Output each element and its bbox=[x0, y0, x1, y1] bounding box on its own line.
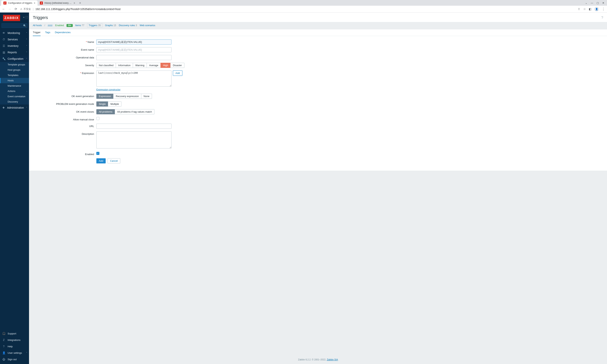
bookmark-icon[interactable]: ☆ bbox=[583, 7, 586, 11]
close-icon[interactable]: × bbox=[34, 1, 35, 5]
sidebar-subitem-actions[interactable]: Actions› bbox=[0, 89, 29, 94]
crumb-triggers[interactable]: Triggers 35 bbox=[87, 23, 102, 27]
user-settings-icon: 👤 bbox=[2, 351, 5, 354]
input-expression[interactable]: last(/zzzz/check_mysqlyc)>200 bbox=[96, 71, 172, 87]
help-icon[interactable]: ? bbox=[601, 16, 603, 20]
sidebar-subitem-label: Template groups bbox=[8, 63, 25, 66]
label-manual-close: Allow manual close bbox=[33, 117, 96, 121]
severity-seg-option-warning[interactable]: Warning bbox=[133, 63, 147, 68]
sidebar-item-services[interactable]: ⏱Services˅ bbox=[0, 36, 29, 43]
tab-dependencies[interactable]: Dependencies bbox=[55, 29, 71, 36]
maximize-icon[interactable]: ▢ bbox=[596, 1, 599, 4]
insecure-badge[interactable]: ⚠ 不安全 bbox=[20, 7, 31, 11]
sidebar-item-label: Monitoring bbox=[8, 31, 20, 35]
sidebar-bottom-sign-out[interactable]: ⏻Sign out bbox=[0, 356, 29, 363]
severity-seg-option-information[interactable]: Information bbox=[116, 63, 133, 68]
tab-title: History [refreshed every 30 sec bbox=[44, 2, 72, 4]
okgen-seg-option-none[interactable]: None bbox=[141, 94, 152, 99]
expression-constructor-link[interactable]: Expression constructor bbox=[96, 88, 120, 91]
crumb-discovery[interactable]: Discovery rules 3 bbox=[119, 24, 137, 27]
okcloses-seg-option-all-problems[interactable]: All problems bbox=[96, 109, 115, 114]
sidebar-subitem-event-correlation[interactable]: Event correlation bbox=[0, 94, 29, 99]
expression-add-button[interactable]: Add bbox=[173, 71, 182, 76]
close-window-icon[interactable]: ✕ bbox=[602, 1, 604, 4]
zbx-badge: ZBX bbox=[66, 24, 73, 27]
sidepanel-icon[interactable]: ◧ bbox=[589, 7, 592, 11]
pmode-seg-option-multiple[interactable]: Multiple bbox=[108, 102, 121, 106]
sidebar-subitem-label: Templates bbox=[8, 74, 18, 77]
sidebar-subitem-templates[interactable]: Templates bbox=[0, 73, 29, 78]
sidebar-item-administration[interactable]: ✚Administration˅ bbox=[0, 104, 29, 111]
minimize-icon[interactable]: — bbox=[591, 1, 593, 4]
severity-seg-option-not-classified[interactable]: Not classified bbox=[96, 63, 116, 68]
input-operational[interactable] bbox=[96, 55, 172, 60]
sidebar-item-reports[interactable]: ▥Reports˅ bbox=[0, 49, 29, 55]
expand-icon[interactable]: ⛶ bbox=[26, 16, 28, 19]
support-icon: 🎧 bbox=[2, 332, 5, 335]
chevron-down-icon[interactable]: ⌄ bbox=[585, 1, 587, 4]
input-url[interactable] bbox=[96, 124, 172, 129]
crumb-web[interactable]: Web scenarios bbox=[140, 24, 155, 27]
sidebar-bottom-help[interactable]: ?Help bbox=[0, 343, 29, 350]
tab-trigger[interactable]: Trigger bbox=[33, 29, 40, 36]
sidebar-subitem-discovery[interactable]: Discovery bbox=[0, 99, 29, 104]
sidebar-item-inventory[interactable]: ☰Inventory˅ bbox=[0, 43, 29, 49]
help-icon: ? bbox=[2, 345, 5, 348]
browser-tab-strip: Z Configuration of triggers × Z History … bbox=[0, 0, 607, 6]
sidebar-item-monitoring[interactable]: 👁Monitoring˅ bbox=[0, 30, 29, 36]
footer-link[interactable]: Zabbix SIA bbox=[327, 358, 338, 361]
back-icon[interactable]: ← bbox=[2, 7, 5, 11]
sidebar-subitem-maintenance[interactable]: Maintenance bbox=[0, 83, 29, 89]
okcloses-seg-option-all-problems-if-tag-values-match[interactable]: All problems if tag values match bbox=[115, 109, 155, 114]
input-event-name[interactable] bbox=[96, 47, 172, 52]
crumb-all-hosts[interactable]: All hosts bbox=[33, 24, 42, 27]
browser-tab-active[interactable]: Z Configuration of triggers × bbox=[1, 0, 38, 6]
new-tab-button[interactable]: + bbox=[77, 0, 83, 6]
crumb-host[interactable]: zzzz bbox=[48, 24, 53, 27]
tab-tags[interactable]: Tags bbox=[45, 29, 50, 36]
label-event-name: Event name bbox=[33, 47, 96, 51]
sidebar-search[interactable]: 🔍 bbox=[1, 23, 27, 28]
browser-tab-inactive[interactable]: Z History [refreshed every 30 sec × bbox=[38, 0, 77, 6]
input-name[interactable] bbox=[96, 39, 172, 45]
url-text: 192.168.111.135/triggers.php?hostid=1053… bbox=[36, 8, 121, 11]
crumb-graphs[interactable]: Graphs 15 bbox=[105, 24, 116, 27]
sidebar-subitem-host-groups[interactable]: Host groups bbox=[0, 67, 29, 73]
close-icon[interactable]: × bbox=[74, 1, 75, 5]
sidebar-bottom-support[interactable]: 🎧Support bbox=[0, 330, 29, 337]
administration-icon: ✚ bbox=[2, 106, 5, 109]
collapse-icon[interactable]: « bbox=[23, 16, 25, 19]
severity-seg-option-disaster[interactable]: Disaster bbox=[170, 63, 184, 68]
sidebar-bottom-label: Help bbox=[8, 345, 13, 348]
sidebar-bottom-user-settings[interactable]: 👤User settings˅ bbox=[0, 350, 29, 356]
add-button[interactable]: Add bbox=[96, 158, 106, 163]
label-ok-gen: OK event generation bbox=[33, 94, 96, 98]
severity-seg-option-average[interactable]: Average bbox=[147, 63, 161, 68]
checkbox-enabled[interactable]: ✓ bbox=[96, 152, 99, 155]
input-description[interactable] bbox=[96, 131, 172, 148]
reload-icon[interactable]: ⟳ bbox=[14, 7, 17, 11]
profile-avatar[interactable]: 👤 bbox=[594, 7, 599, 11]
breadcrumb: All hosts / zzzz Enabled ZBX Items 77 Tr… bbox=[29, 22, 607, 29]
severity-seg-option-high[interactable]: High bbox=[160, 63, 171, 68]
share-icon[interactable]: ⇧ bbox=[578, 7, 580, 11]
brand-logo[interactable]: ZABBIX bbox=[3, 15, 20, 21]
okgen-seg-option-recovery-expression[interactable]: Recovery expression bbox=[113, 94, 141, 99]
user-icon: 👤 bbox=[595, 8, 598, 11]
cancel-button[interactable]: Cancel bbox=[107, 158, 120, 163]
toolbar-right: ⇧ ☆ ◧ 👤 ⋮ bbox=[578, 7, 605, 11]
main-content: Triggers ? All hosts / zzzz Enabled ZBX … bbox=[29, 13, 607, 364]
sidebar-subitem-hosts[interactable]: Hosts bbox=[0, 78, 29, 83]
crumb-items[interactable]: Items 77 bbox=[75, 24, 84, 27]
sidebar-bottom-integrations[interactable]: ZIntegrations bbox=[0, 337, 29, 343]
warning-icon: ⚠ bbox=[20, 8, 22, 11]
integrations-icon: Z bbox=[2, 338, 5, 341]
sidebar-subitem-template-groups[interactable]: Template groups bbox=[0, 62, 29, 67]
kebab-menu-icon[interactable]: ⋮ bbox=[602, 7, 605, 11]
url-region[interactable]: ⚠ 不安全 | 192.168.111.135/triggers.php?hos… bbox=[20, 7, 575, 11]
checkbox-manual-close[interactable] bbox=[96, 117, 99, 120]
pmode-seg-option-single[interactable]: Single bbox=[96, 102, 108, 106]
zabbix-favicon: Z bbox=[40, 1, 43, 5]
okgen-seg-option-expression[interactable]: Expression bbox=[96, 94, 113, 99]
sidebar-item-configuration[interactable]: 🔧Configuration˄ bbox=[0, 55, 29, 62]
